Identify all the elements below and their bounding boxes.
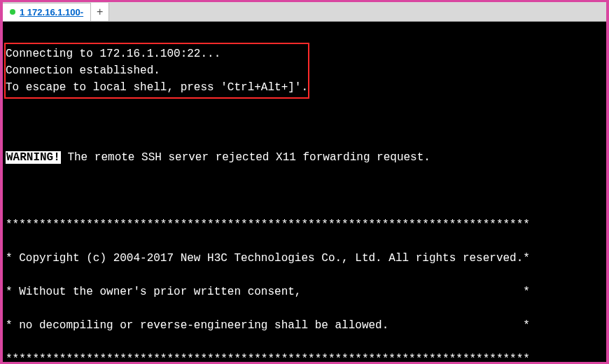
banner-line: ****************************************…: [6, 216, 603, 233]
warning-badge: WARNING!: [6, 151, 61, 164]
app-frame: 1 172.16.1.100- + Connecting to 172.16.1…: [3, 2, 606, 362]
add-tab-button[interactable]: +: [91, 3, 109, 21]
plus-icon: +: [97, 6, 103, 18]
tab-bar: 1 172.16.1.100- +: [3, 2, 606, 22]
terminal-output[interactable]: Connecting to 172.16.1.100:22... Connect…: [3, 22, 606, 362]
connection-status-icon: [10, 9, 15, 15]
banner-line: * Without the owner's prior written cons…: [6, 284, 603, 300]
banner-line: * no decompiling or reverse-engineering …: [6, 317, 603, 334]
tab-label: 1 172.16.1.100-: [20, 7, 83, 18]
banner-line: ****************************************…: [6, 351, 603, 364]
connection-highlight: Connecting to 172.16.1.100:22... Connect…: [4, 43, 309, 99]
tab-session-1[interactable]: 1 172.16.1.100-: [3, 3, 91, 21]
warning-text: The remote SSH server rejected X11 forwa…: [61, 151, 430, 164]
banner-line: * Copyright (c) 2004-2017 New H3C Techno…: [6, 250, 603, 267]
